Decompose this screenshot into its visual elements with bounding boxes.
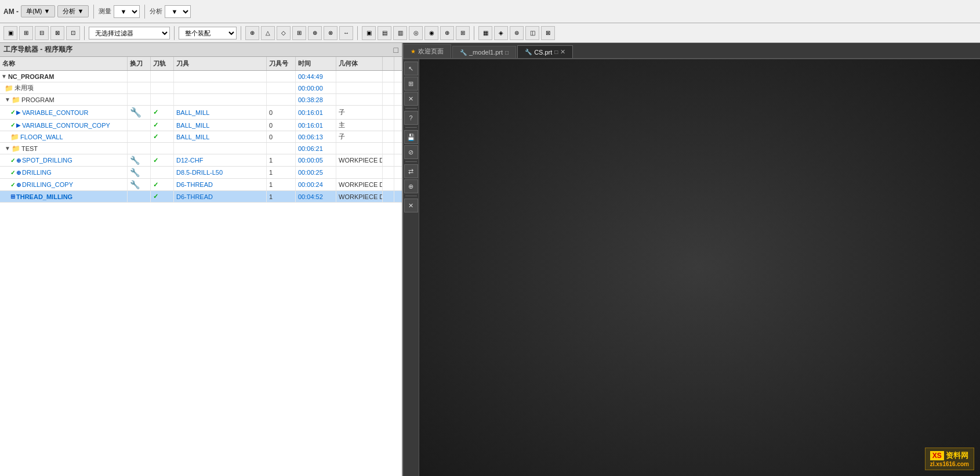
row-name-floor_wall: 📁 FLOOR_WALL xyxy=(0,131,128,142)
svg-marker-10 xyxy=(636,146,641,157)
tab-model1-modified: □ xyxy=(505,49,509,56)
side-sep-1 xyxy=(405,108,417,109)
menu-analysis[interactable]: 分析 ▼ xyxy=(57,5,89,17)
table-row[interactable]: 📁 未用项 00:00:00 xyxy=(0,82,402,94)
toolbar-icon-10[interactable]: ⊗ xyxy=(324,26,337,40)
tab-model1[interactable]: 🔧 _model1.prt □ xyxy=(452,46,516,58)
toolbar-icon-display1[interactable]: ◎ xyxy=(409,26,423,40)
3d-view-panel: ★ 欢迎页面 🔧 _model1.prt □ 🔧 CS.prt □ ✕ ↖ ⊞ … xyxy=(403,43,980,476)
toolbar-icon-5[interactable]: ⊡ xyxy=(66,26,80,40)
row-name-drilling: ✓ ⊕ DRILLING xyxy=(0,167,128,178)
sep2 xyxy=(144,5,145,19)
top-menu-bar: AM - 单(M) ▼ 分析 ▼ 测量 ▼ 分析 ▼ xyxy=(0,0,980,23)
row-name-unused: 📁 未用项 xyxy=(0,82,128,93)
sep4 xyxy=(174,26,175,40)
row-name-test: ▼ 📁 TEST xyxy=(0,143,128,154)
toolbar-icon-layer2[interactable]: ◈ xyxy=(494,26,508,40)
panel-header: 工序导航器 - 程序顺序 □ xyxy=(0,43,402,57)
row-name-variable_contour: ✓ ▶ VARIABLE_CONTOUR xyxy=(0,106,128,119)
side-btn-add[interactable]: ⊕ xyxy=(404,179,418,193)
side-btn-save[interactable]: 💾 xyxy=(404,130,418,144)
table-row[interactable]: ▼ 📁 PROGRAM 00:38:28 xyxy=(0,94,402,106)
svg-point-6 xyxy=(705,201,816,263)
3d-model-svg: ZM xyxy=(419,59,980,476)
tab-cs-close[interactable]: ✕ xyxy=(560,48,565,56)
toolbar-icon-display4[interactable]: ⊞ xyxy=(456,26,470,40)
toolbar-icon-box3[interactable]: ▥ xyxy=(393,26,407,40)
svg-point-11 xyxy=(634,295,642,303)
toolbar-icon-3[interactable]: ⊟ xyxy=(35,26,49,40)
tab-cs[interactable]: 🔧 CS.prt □ ✕ xyxy=(517,45,573,58)
toolbar-icon-display3[interactable]: ⊕ xyxy=(440,26,454,40)
toolbar-icon-2[interactable]: ⊞ xyxy=(19,26,33,40)
toolbar-icon-layer1[interactable]: ▦ xyxy=(478,26,492,40)
side-btn-close[interactable]: ✕ xyxy=(404,92,418,106)
row-name-thread_milling: ⊞ THREAD_MILLING xyxy=(0,191,128,202)
table-row[interactable]: 📁 FLOOR_WALL ✓ BALL_MILL 0 00:06:13 子 xyxy=(0,131,402,143)
toolbar-icon-8[interactable]: ⊞ xyxy=(292,26,306,40)
svg-point-8 xyxy=(705,235,816,297)
row-name-variable_contour_copy: ✓ ▶ VARIABLE_CONTOUR_COPY xyxy=(0,120,128,131)
side-btn-cursor[interactable]: ↖ xyxy=(404,62,418,75)
table-row[interactable]: ✓ ⊕ DRILLING 🔧 D8.5-DRILL-L50 1 00:00:25 xyxy=(0,167,402,179)
table-row[interactable]: ✓ ⊕ SPOT_DRILLING 🔧 ✓ D12-CHF 1 00:00:05… xyxy=(0,154,402,167)
side-btn-hide[interactable]: ⊘ xyxy=(404,145,418,159)
row-name-program: ▼ 📁 PROGRAM xyxy=(0,94,128,105)
side-sep-3 xyxy=(405,161,417,162)
panel-title: 工序导航器 - 程序顺序 xyxy=(3,45,72,55)
table-row[interactable]: ▼ NC_PROGRAM 00:44:49 xyxy=(0,71,402,82)
side-btn-transform[interactable]: ⇄ xyxy=(404,164,418,178)
col-changetool: 换刀 xyxy=(128,57,151,70)
toolbar-icon-layer3[interactable]: ⊛ xyxy=(510,26,524,40)
filter-dropdown[interactable]: 无选择过滤器 xyxy=(89,27,170,39)
watermark: XS 资料网 zl.xs1616.com xyxy=(925,448,974,470)
sep7 xyxy=(474,26,474,40)
analysis-dropdown[interactable]: ▼ xyxy=(165,5,191,18)
toolbar-icon-6[interactable]: △ xyxy=(261,26,275,40)
tab-welcome[interactable]: ★ 欢迎页面 xyxy=(403,44,451,58)
main-layout: 工序导航器 - 程序顺序 □ 名称 换刀 刀轨 刀具 刀具号 时间 几何体 ▼ xyxy=(0,43,980,476)
table-row[interactable]: ✓ ▶ VARIABLE_CONTOUR_COPY ✓ BALL_MILL 0 … xyxy=(0,120,402,131)
side-btn-x[interactable]: ✕ xyxy=(404,199,418,212)
toolbar-icon-layer5[interactable]: ⊠ xyxy=(541,26,555,40)
toolbar-icon-7[interactable]: ◇ xyxy=(277,26,291,40)
3d-viewport[interactable]: ZM XS 资料网 zl.xs1616.com xyxy=(419,59,980,476)
col-tool: 刀具 xyxy=(174,57,267,70)
toolbar-icon-display2[interactable]: ◉ xyxy=(424,26,438,40)
svg-marker-5 xyxy=(666,266,867,377)
panel-close-btn[interactable]: □ xyxy=(394,45,398,55)
row-name-drilling_copy: ✓ ⊕ DRILLING_COPY xyxy=(0,179,128,190)
side-btn-view[interactable]: ⊞ xyxy=(404,77,418,91)
program-navigator-panel: 工序导航器 - 程序顺序 □ 名称 换刀 刀轨 刀具 刀具号 时间 几何体 ▼ xyxy=(0,43,403,476)
row-name-spot_drilling: ✓ ⊕ SPOT_DRILLING xyxy=(0,154,128,166)
svg-marker-17 xyxy=(850,450,856,461)
table-row[interactable]: ✓ ▶ VARIABLE_CONTOUR 🔧 ✓ BALL_MILL 0 00:… xyxy=(0,106,402,120)
svg-marker-13 xyxy=(738,267,747,276)
svg-marker-3 xyxy=(560,199,867,316)
toolbar-icon-4[interactable]: ⊠ xyxy=(50,26,64,40)
toolbar-icon-box2[interactable]: ▤ xyxy=(378,26,391,40)
col-extra xyxy=(383,57,394,70)
svg-rect-0 xyxy=(432,59,968,476)
tab-cs-modified: □ xyxy=(554,49,558,55)
menu-dan[interactable]: 单(M) ▼ xyxy=(21,5,55,17)
table-row[interactable]: ▼ 📁 TEST 00:06:21 xyxy=(0,143,402,154)
toolbar-icon-layer4[interactable]: ◫ xyxy=(525,26,539,40)
program-table[interactable]: 名称 换刀 刀轨 刀具 刀具号 时间 几何体 ▼ NC_PROGRAM xyxy=(0,57,402,476)
side-sep-2 xyxy=(405,127,417,128)
measure-label: 测量 xyxy=(99,7,111,16)
svg-marker-4 xyxy=(560,249,666,377)
sep3 xyxy=(84,26,85,40)
assembly-dropdown[interactable]: 整个装配 xyxy=(179,27,237,39)
side-sep-4 xyxy=(405,196,417,196)
side-btn-help[interactable]: ? xyxy=(404,111,418,125)
table-row-selected[interactable]: ⊞ THREAD_MILLING ✓ D6-THREAD 1 00:04:52 … xyxy=(0,191,402,203)
toolbar-icon-box1[interactable]: ▣ xyxy=(362,26,376,40)
table-row[interactable]: ✓ ⊕ DRILLING_COPY 🔧 ✓ D6-THREAD 1 00:00:… xyxy=(0,179,402,191)
toolbar-icon-11[interactable]: ↔ xyxy=(339,26,353,40)
measure-dropdown[interactable]: ▼ xyxy=(114,5,140,18)
sep1 xyxy=(93,5,94,19)
toolbar-icon-9[interactable]: ⊕ xyxy=(308,26,322,40)
toolbar-icon-1[interactable]: ▣ xyxy=(3,26,17,40)
toolbar-icon-snap[interactable]: ⊕ xyxy=(245,26,259,40)
